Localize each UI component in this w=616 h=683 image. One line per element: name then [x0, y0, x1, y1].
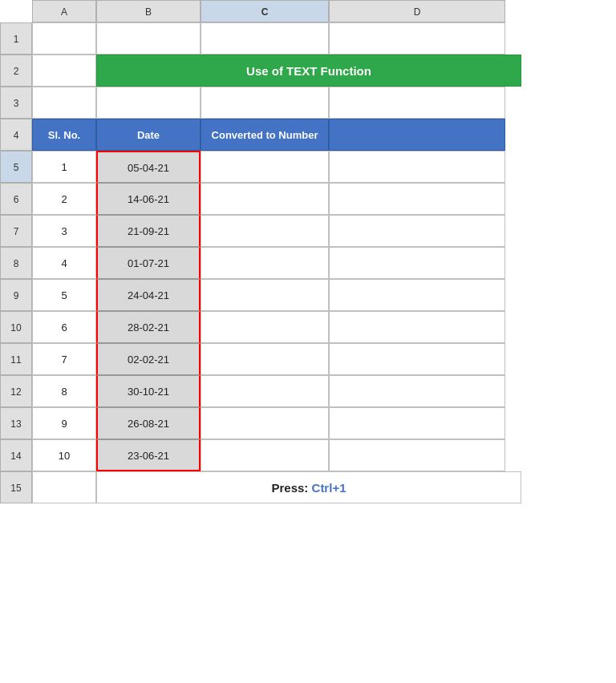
cell-5d[interactable] [329, 151, 505, 183]
press-label: Press: [272, 481, 312, 495]
cell-14a[interactable]: 10 [32, 439, 96, 471]
cell-1a[interactable] [32, 22, 96, 55]
cell-7d[interactable] [329, 215, 505, 247]
cell-8b[interactable]: 01-07-21 [96, 247, 201, 279]
cell-8a[interactable]: 4 [32, 247, 96, 279]
row-12: 12 8 30-10-21 [0, 375, 616, 407]
cell-11a[interactable]: 7 [32, 343, 96, 375]
rownum-13: 13 [0, 407, 32, 439]
cell-5a[interactable]: 1 [32, 151, 96, 183]
cell-3d[interactable] [329, 87, 505, 119]
row-3: 3 [0, 87, 616, 119]
row-8: 8 4 01-07-21 [0, 247, 616, 279]
row-1: 1 [0, 22, 616, 55]
rownum-4: 4 [0, 119, 32, 151]
cell-10a[interactable]: 6 [32, 311, 96, 343]
cell-1d[interactable] [329, 22, 505, 55]
cell-12c[interactable] [201, 375, 329, 407]
cell-12b[interactable]: 30-10-21 [96, 375, 201, 407]
cell-9c[interactable] [201, 279, 329, 311]
cell-6a[interactable]: 2 [32, 183, 96, 215]
rownum-14: 14 [0, 439, 32, 471]
cell-13c[interactable] [201, 407, 329, 439]
rownum-5: 5 [0, 151, 32, 183]
cell-14d[interactable] [329, 439, 505, 471]
cell-12d[interactable] [329, 375, 505, 407]
cell-10c[interactable] [201, 311, 329, 343]
cell-15a[interactable] [32, 471, 96, 503]
row-9: 9 5 24-04-21 [0, 279, 616, 311]
footer-cell: Press: Ctrl+1 [96, 471, 521, 503]
row-6: 6 2 14-06-21 [0, 183, 616, 215]
rownum-8: 8 [0, 247, 32, 279]
rownum-3: 3 [0, 87, 32, 119]
cell-10d[interactable] [329, 311, 505, 343]
cell-14c[interactable] [201, 439, 329, 471]
header-date: Date [96, 119, 201, 151]
spreadsheet: A B C D 1 2 Use of TEXT Function 3 [0, 0, 616, 683]
cell-8c[interactable] [201, 247, 329, 279]
row-4: 4 Sl. No. Date Converted to Number [0, 119, 616, 151]
row-15: 15 Press: Ctrl+1 [0, 471, 616, 503]
cell-12a[interactable]: 8 [32, 375, 96, 407]
cell-13d[interactable] [329, 407, 505, 439]
header-converted: Converted to Number [201, 119, 329, 151]
row-14: 14 10 23-06-21 [0, 439, 616, 471]
cell-6d[interactable] [329, 183, 505, 215]
cell-5c[interactable] [201, 151, 329, 183]
row-7: 7 3 21-09-21 [0, 215, 616, 247]
cell-11b[interactable]: 02-02-21 [96, 343, 201, 375]
row-2: 2 Use of TEXT Function [0, 55, 616, 87]
cell-9a[interactable]: 5 [32, 279, 96, 311]
cell-1b[interactable] [96, 22, 201, 55]
grid: 1 2 Use of TEXT Function 3 4 Sl. No. Dat… [0, 22, 616, 503]
column-headers: A B C D [32, 0, 616, 22]
rownum-7: 7 [0, 215, 32, 247]
header-empty [329, 119, 505, 151]
rownum-1: 1 [0, 22, 32, 55]
cell-7c[interactable] [201, 215, 329, 247]
cell-6c[interactable] [201, 183, 329, 215]
cell-13a[interactable]: 9 [32, 407, 96, 439]
title-cell: Use of TEXT Function [96, 55, 521, 87]
cell-7b[interactable]: 21-09-21 [96, 215, 201, 247]
rownum-10: 10 [0, 311, 32, 343]
cell-7a[interactable]: 3 [32, 215, 96, 247]
row-13: 13 9 26-08-21 [0, 407, 616, 439]
cell-3b[interactable] [96, 87, 201, 119]
col-header-a: A [32, 0, 96, 22]
rownum-12: 12 [0, 375, 32, 407]
header-slno: Sl. No. [32, 119, 96, 151]
rownum-6: 6 [0, 183, 32, 215]
cell-6b[interactable]: 14-06-21 [96, 183, 201, 215]
rownum-15: 15 [0, 471, 32, 503]
rownum-9: 9 [0, 279, 32, 311]
col-header-d: D [329, 0, 505, 22]
cell-14b[interactable]: 23-06-21 [96, 439, 201, 471]
cell-9b[interactable]: 24-04-21 [96, 279, 201, 311]
row-10: 10 6 28-02-21 [0, 311, 616, 343]
cell-3c[interactable] [201, 87, 329, 119]
cell-13b[interactable]: 26-08-21 [96, 407, 201, 439]
col-header-c: C [201, 0, 329, 22]
rownum-2: 2 [0, 55, 32, 87]
cell-5b[interactable]: 05-04-21 [96, 151, 201, 183]
col-header-b: B [96, 0, 201, 22]
shortcut-text: Ctrl+1 [312, 481, 346, 495]
rownum-11: 11 [0, 343, 32, 375]
row-5: 5 1 05-04-21 [0, 151, 616, 183]
cell-3a[interactable] [32, 87, 96, 119]
row-11: 11 7 02-02-21 [0, 343, 616, 375]
cell-11d[interactable] [329, 343, 505, 375]
cell-11c[interactable] [201, 343, 329, 375]
cell-10b[interactable]: 28-02-21 [96, 311, 201, 343]
cell-2a[interactable] [32, 55, 96, 87]
cell-1c[interactable] [201, 22, 329, 55]
cell-9d[interactable] [329, 279, 505, 311]
cell-8d[interactable] [329, 247, 505, 279]
